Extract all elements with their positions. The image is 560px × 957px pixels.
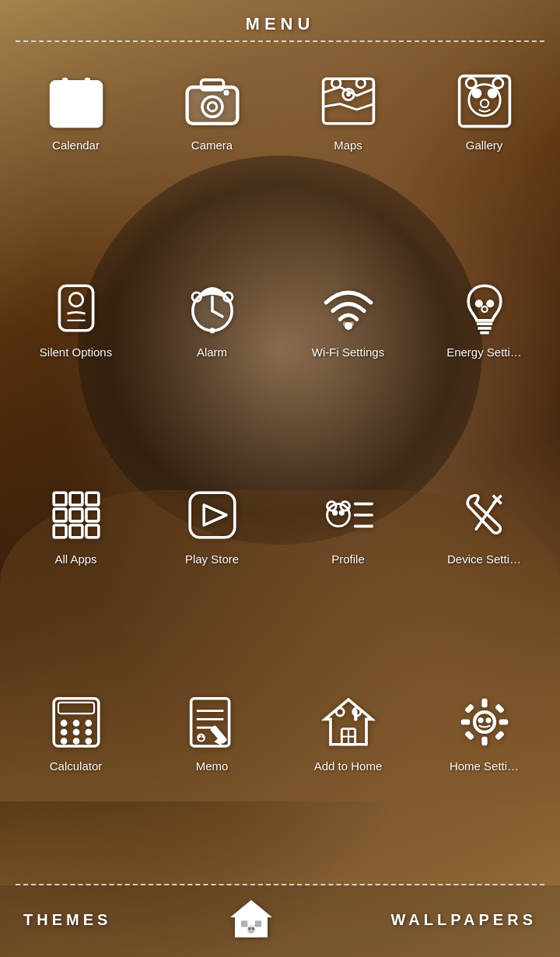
main-container: MENU 12 Calendar Camera Maps [0,0,560,957]
svg-rect-99 [460,719,470,724]
svg-point-23 [474,90,479,96]
svg-point-16 [346,92,351,96]
svg-rect-47 [54,493,66,505]
app-item-alarm[interactable]: Alarm [144,263,280,470]
app-item-wifi-settings[interactable]: Wi-Fi Settings [280,263,416,470]
svg-rect-51 [70,509,82,521]
svg-rect-109 [241,920,247,927]
svg-rect-52 [86,509,98,521]
svg-point-25 [466,78,476,88]
svg-point-115 [255,907,261,913]
svg-point-78 [72,738,79,745]
home-settings-label: Home Setti… [450,759,519,773]
play-store-label: Play Store [185,552,239,566]
svg-point-96 [474,712,495,732]
svg-point-71 [60,720,67,727]
svg-point-58 [327,504,349,527]
svg-point-37 [209,328,215,333]
app-item-gallery[interactable]: Gallery [416,56,552,263]
svg-rect-54 [70,525,82,538]
calendar-icon: 12 [45,70,107,132]
app-item-maps[interactable]: Maps [280,56,416,263]
wifi-settings-icon [317,277,380,339]
home-settings-icon [453,691,516,753]
alarm-label: Alarm [197,345,227,359]
app-item-camera[interactable]: Camera [144,56,280,263]
memo-label: Memo [196,759,229,773]
svg-point-106 [485,717,491,723]
alarm-icon [181,277,243,339]
app-item-calendar[interactable]: 12 Calendar [8,56,144,263]
app-item-home-settings[interactable]: Home Setti… [416,677,552,884]
svg-rect-103 [464,731,474,741]
wifi-settings-label: Wi-Fi Settings [312,345,384,359]
app-item-device-settings[interactable]: Device Setti… [416,470,552,677]
device-settings-label: Device Setti… [447,552,521,566]
app-item-silent-options[interactable]: Silent Options [8,263,144,470]
maps-label: Maps [334,138,362,152]
svg-rect-56 [190,493,235,538]
svg-rect-53 [54,525,66,538]
menu-title: MENU [0,14,560,34]
svg-point-75 [72,729,79,736]
profile-icon [317,484,380,546]
svg-marker-57 [204,505,226,525]
svg-rect-55 [86,525,98,538]
svg-rect-6 [84,78,89,89]
svg-point-24 [489,90,495,96]
home-icon[interactable] [226,895,276,945]
gallery-icon [453,70,516,132]
calculator-label: Calculator [50,759,103,773]
memo-icon [181,691,243,753]
svg-text:12: 12 [66,101,85,121]
app-item-calculator[interactable]: Calculator [8,677,144,884]
svg-rect-104 [494,731,504,741]
svg-point-73 [85,720,92,727]
svg-point-26 [492,78,502,88]
app-item-all-apps[interactable]: All Apps [8,470,144,677]
svg-point-72 [72,720,79,727]
app-item-play-store[interactable]: Play Store [144,470,280,677]
svg-point-113 [252,927,255,931]
svg-point-87 [198,735,201,738]
svg-rect-5 [62,78,68,89]
svg-point-61 [332,510,338,516]
svg-point-29 [69,293,82,307]
header: MENU [0,0,560,48]
svg-point-40 [349,321,354,326]
app-item-energy-settings[interactable]: Energy Setti… [416,263,552,470]
camera-icon [181,70,243,132]
wallpapers-button[interactable]: WALLPAPERS [391,911,537,929]
svg-point-27 [480,100,488,107]
themes-button[interactable]: THEMES [23,911,111,929]
svg-point-105 [478,717,483,723]
svg-rect-50 [54,509,66,521]
app-item-add-to-home[interactable]: Add to Home [280,677,416,884]
svg-rect-110 [255,920,261,927]
silent-options-label: Silent Options [40,345,112,359]
svg-rect-48 [70,493,82,505]
svg-point-112 [248,927,251,931]
footer: THEMES WALLPAPERS [0,885,560,957]
svg-point-111 [247,926,255,934]
svg-rect-70 [58,703,93,713]
maps-icon [317,70,380,132]
gallery-label: Gallery [466,138,503,152]
silent-options-icon [45,277,107,339]
svg-point-44 [474,300,482,307]
device-settings-icon [453,484,516,546]
svg-point-77 [60,738,67,745]
svg-rect-97 [481,699,487,708]
svg-point-62 [338,510,344,516]
all-apps-label: All Apps [54,552,96,566]
app-item-profile[interactable]: Profile [280,470,416,677]
svg-point-45 [486,300,494,307]
svg-rect-100 [499,719,508,724]
add-to-home-icon [317,691,380,753]
calendar-label: Calendar [52,138,100,152]
camera-label: Camera [191,138,233,152]
svg-rect-102 [494,703,504,713]
svg-point-13 [223,90,229,96]
app-item-memo[interactable]: Memo [144,677,280,884]
header-divider [16,40,544,42]
